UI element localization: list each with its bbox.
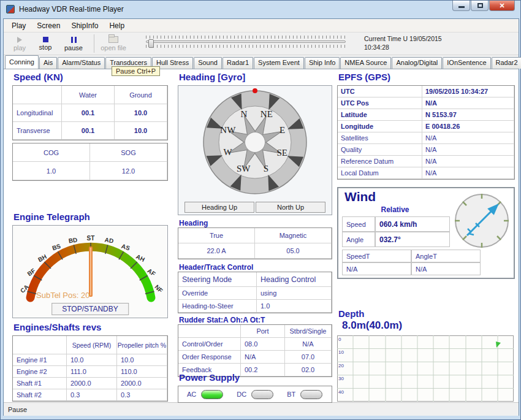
wind-relative-label: Relative <box>338 205 452 214</box>
rudder-cell: 02.0 <box>285 364 332 376</box>
epfs-row-label: Quality <box>338 144 422 156</box>
depth-axis-label: 20 <box>338 363 344 368</box>
tab-system-event[interactable]: System Event <box>254 57 304 69</box>
rudder-cell: 00.2 <box>241 364 285 376</box>
engines-row-label: Engine #1 <box>13 354 67 366</box>
speed-cell: 00.1 <box>62 104 115 122</box>
menu-item-help[interactable]: Help <box>104 20 130 31</box>
engines-cell: 111.0 <box>67 366 117 378</box>
cardinal-sw: SW <box>237 164 251 174</box>
maximize-button[interactable] <box>471 1 489 11</box>
engines-table: Speed (RPM) Propeller pitch % Engine #1 … <box>12 335 168 402</box>
wind-anglet-header: AngleT <box>411 250 481 262</box>
play-button[interactable]: play <box>7 34 32 54</box>
engines-section-title: Engines/Shafts revs <box>13 322 101 332</box>
stop-standby-button[interactable]: STOP/STANDBY <box>51 303 129 315</box>
rudder-cell: 07.0 <box>285 351 332 364</box>
track-control-subtitle: Header/Track Control <box>179 263 253 272</box>
engines-cell: 0.3 <box>117 389 167 401</box>
epfs-row-label: UTC <box>338 86 422 97</box>
power-label-dc: DC <box>237 391 246 398</box>
open-file-button[interactable]: open file <box>97 34 130 54</box>
open-file-label: open file <box>101 44 126 52</box>
track-row-label: Steering Mode <box>178 272 257 287</box>
minimize-icon <box>458 6 465 8</box>
slider-ticks-bottom <box>146 45 346 48</box>
telegraph-label: ST <box>87 235 95 242</box>
heading-subtitle: Heading <box>179 219 208 227</box>
stop-button[interactable]: stop <box>33 34 58 54</box>
play-label: play <box>13 44 26 52</box>
menu-item-shipinfo[interactable]: ShipInfo <box>66 20 104 31</box>
heading-up-button[interactable]: Heading Up <box>184 202 254 213</box>
tab-sound[interactable]: Sound <box>194 57 222 69</box>
tab-conning[interactable]: Conning <box>5 55 39 69</box>
wind-speedt-value: N/A <box>342 262 411 275</box>
engines-cell: 10.0 <box>67 354 117 366</box>
north-up-button[interactable]: North Up <box>256 202 325 213</box>
power-supply-panel: AC DC BT <box>178 386 332 403</box>
engines-cell: 0.3 <box>67 389 117 401</box>
cardinal-se: SE <box>276 148 287 158</box>
depth-axis-label: 0 <box>338 337 341 342</box>
power-indicator-ac <box>201 390 223 399</box>
toolbar-separator <box>94 34 94 53</box>
close-button[interactable]: ✕ <box>489 1 515 11</box>
tab-analog-digital[interactable]: Analog/Digital <box>392 57 442 69</box>
pause-button[interactable]: pause <box>60 34 87 54</box>
cardinal-ne: NE <box>260 109 273 119</box>
epfs-row-label: UTC Pos <box>338 97 422 109</box>
current-time-line2: 10:34:28 <box>364 43 442 52</box>
depth-axis-label: 40 <box>338 389 344 395</box>
window-title: Headway VDR Real-time Player <box>19 5 124 13</box>
tab-radar2[interactable]: Radar2 <box>492 57 521 69</box>
tab-radar1[interactable]: Radar1 <box>222 57 253 69</box>
power-indicator-bt <box>300 390 322 399</box>
play-icon <box>17 37 22 43</box>
compass-rose: N NE E SE S SW W NW <box>178 86 332 200</box>
slider-handle[interactable] <box>148 39 154 48</box>
engines-cell: 2000.0 <box>67 378 117 389</box>
rudder-subtitle: Rudder Stat:A Oh:A Ot:T <box>179 316 265 324</box>
telegraph-label: BD <box>68 236 78 244</box>
tab-ship-info[interactable]: Ship Info <box>305 57 340 69</box>
title-bar[interactable]: Headway VDR Real-time Player ✕ <box>1 1 520 18</box>
slider-track[interactable] <box>146 40 346 43</box>
pause-label: pause <box>64 44 83 52</box>
gyro-compass: N NE E SE S SW W NW Heading Up <box>178 85 332 215</box>
wind-angle-value: 032.7° <box>375 232 450 247</box>
playback-slider[interactable] <box>146 36 346 52</box>
menu-bar: Play Screen ShipInfo Help <box>4 19 519 32</box>
epfs-cell: N/A <box>422 144 514 156</box>
epfs-table: UTC 19/05/2015 10:34:27 UTC Pos N/A Lati… <box>337 85 515 180</box>
current-time-line1: Current Time U 19/05/2015 <box>364 34 442 43</box>
gyro-section-title: Heading [Gyro] <box>179 72 245 82</box>
pause-icon <box>71 37 77 43</box>
epfs-row-label: Reference Datum <box>338 156 422 167</box>
minimize-button[interactable] <box>452 1 470 11</box>
tab-ionsentence[interactable]: IOnSentence <box>443 57 490 69</box>
wind-speed-label: Speed <box>342 216 375 232</box>
epfs-cell: N 5153.97 <box>422 109 514 121</box>
heading-marker <box>253 88 257 93</box>
cog-header: COG <box>13 143 90 162</box>
current-time: Current Time U 19/05/2015 10:34:28 <box>364 34 442 52</box>
power-label-ac: AC <box>187 391 196 398</box>
sog-header: SOG <box>90 143 167 162</box>
epfs-cell: N/A <box>422 156 514 167</box>
tab-ais[interactable]: Ais <box>39 57 57 69</box>
epfs-row-label: Local Datum <box>338 167 422 179</box>
speed-row-label: Longitudinal <box>13 104 62 122</box>
speed-cell: 00.1 <box>62 122 115 140</box>
epfs-cell: N/A <box>422 167 514 179</box>
cardinal-w: W <box>223 147 232 157</box>
heading-table: True Magnetic 22.0 A 05.0 <box>178 227 332 259</box>
menu-item-screen[interactable]: Screen <box>31 20 66 31</box>
tab-alarm-status[interactable]: Alarm/Status <box>58 57 105 69</box>
app-window: Headway VDR Real-time Player ✕ Play Scre… <box>0 0 521 420</box>
subtel-position: SubTel Pos: 20 <box>36 291 89 300</box>
tab-strip: Conning Ais Alarm/Status Transducers Hul… <box>4 55 519 69</box>
menu-item-play[interactable]: Play <box>6 20 31 31</box>
speed-row-label: Transverse <box>13 122 62 140</box>
tab-nmea-source[interactable]: NMEA Source <box>340 57 391 69</box>
